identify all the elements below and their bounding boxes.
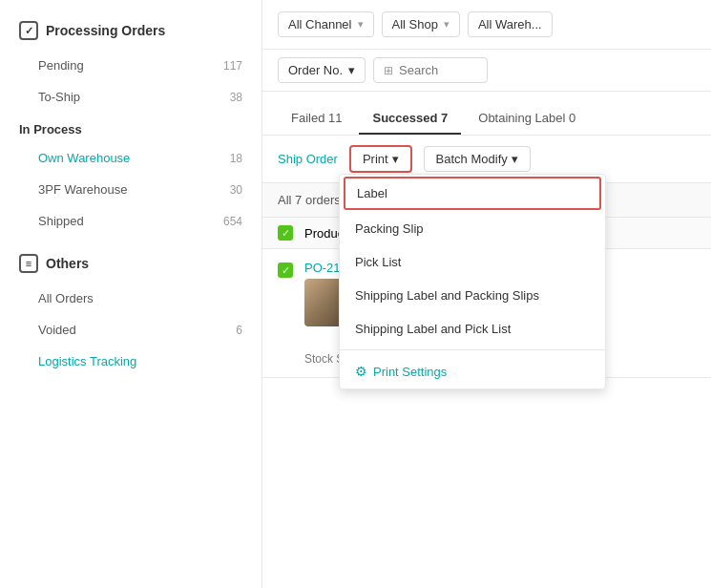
others-label: Others: [46, 256, 89, 271]
processing-orders-icon: ✓: [19, 21, 38, 40]
shop-filter-label: All Shop: [392, 17, 438, 32]
shop-filter[interactable]: All Shop ▾: [382, 11, 460, 37]
print-dropdown-menu: Label Packing Slip Pick List Shipping La…: [339, 174, 606, 389]
dropdown-item-shipping-label-pick[interactable]: Shipping Label and Pick List: [340, 312, 605, 346]
search-bar[interactable]: ⊞: [373, 57, 488, 83]
sidebar-item-all-orders[interactable]: All Orders: [0, 283, 261, 314]
actions-row: Ship Order Print ▾ Batch Modify ▾ Label …: [262, 136, 711, 183]
print-chevron-icon: ▾: [392, 152, 399, 166]
search-input[interactable]: [399, 63, 475, 77]
print-settings-button[interactable]: ⚙ Print Settings: [340, 354, 605, 388]
processing-orders-label: Processing Orders: [46, 23, 165, 38]
ship-order-button[interactable]: Ship Order: [278, 152, 338, 166]
channel-filter-chevron: ▾: [358, 18, 364, 31]
sidebar-others-header: ≡ Others: [0, 244, 261, 283]
dropdown-item-shipping-label-packing[interactable]: Shipping Label and Packing Slips: [340, 279, 605, 312]
warehouse-filter-label: All Wareh...: [478, 17, 542, 32]
tabs-row: Failed 11 Successed 7 Obtaining Label 0: [262, 92, 711, 136]
tab-successed[interactable]: Successed 7: [359, 103, 461, 135]
sidebar-item-logistics-tracking[interactable]: Logistics Tracking: [0, 346, 261, 377]
dropdown-item-packing-slip[interactable]: Packing Slip: [340, 212, 605, 245]
sidebar-item-shipped[interactable]: Shipped 654: [0, 205, 261, 237]
sidebar-item-pending[interactable]: Pending 117: [0, 50, 261, 81]
shop-filter-chevron: ▾: [444, 18, 450, 31]
sidebar-processing-orders-header: ✓ Processing Orders: [0, 11, 261, 50]
tab-failed[interactable]: Failed 11: [278, 103, 355, 135]
select-all-checkbox[interactable]: ✓: [278, 225, 293, 241]
channel-filter-label: All Channel: [288, 17, 352, 32]
filters-bar2: Order No. ▾ ⊞: [262, 50, 711, 92]
sidebar: ✓ Processing Orders Pending 117 To-Ship …: [0, 0, 262, 588]
search-icon: ⊞: [384, 64, 393, 77]
sidebar-item-own-warehouse[interactable]: Own Warehouse 18: [0, 142, 261, 174]
print-button[interactable]: Print ▾: [349, 145, 412, 173]
others-icon: ≡: [19, 254, 38, 273]
dropdown-item-pick-list[interactable]: Pick List: [340, 245, 605, 279]
in-process-group-label: In Process: [0, 113, 261, 142]
sidebar-item-voided[interactable]: Voided 6: [0, 314, 261, 346]
sidebar-item-to-ship[interactable]: To-Ship 38: [0, 81, 261, 113]
batch-modify-chevron-icon: ▾: [512, 152, 518, 166]
order-row-checkbox[interactable]: ✓: [278, 262, 293, 278]
order-no-select[interactable]: Order No. ▾: [278, 57, 366, 83]
dropdown-item-label[interactable]: Label: [344, 177, 601, 210]
order-no-chevron: ▾: [348, 63, 355, 77]
sidebar-item-3pf-warehouse[interactable]: 3PF Warehouse 30: [0, 174, 261, 205]
dropdown-divider: [340, 349, 605, 350]
channel-filter[interactable]: All Channel ▾: [278, 11, 374, 37]
tab-obtaining[interactable]: Obtaining Label 0: [465, 103, 589, 135]
warehouse-filter[interactable]: All Wareh...: [468, 11, 553, 37]
settings-gear-icon: ⚙: [355, 364, 367, 379]
batch-modify-button[interactable]: Batch Modify ▾: [424, 146, 531, 172]
main-content: All Channel ▾ All Shop ▾ All Wareh... Or…: [262, 0, 711, 588]
filters-bar: All Channel ▾ All Shop ▾ All Wareh...: [262, 0, 711, 50]
order-no-label: Order No.: [288, 63, 343, 77]
